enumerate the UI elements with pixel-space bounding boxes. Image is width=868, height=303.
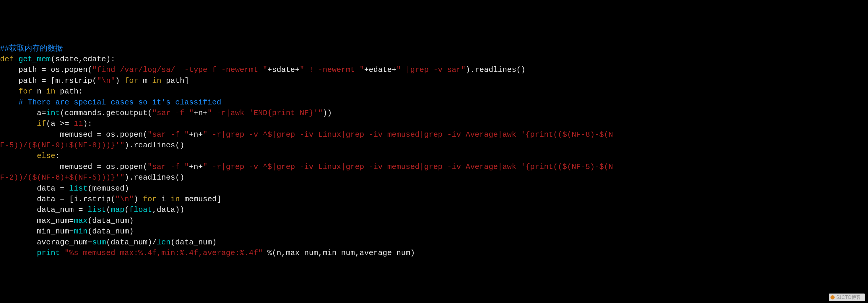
code-editor[interactable]: ##获取内存的数据 def get_mem(sdate,edate): path… bbox=[0, 43, 868, 258]
comment: # There are special cases so it's classi… bbox=[18, 98, 221, 107]
keyword-if: if bbox=[37, 119, 46, 128]
builtin-float: float bbox=[129, 205, 152, 214]
string-literal: " ! -newermt " bbox=[300, 65, 364, 74]
keyword-in: in bbox=[170, 195, 180, 203]
builtin-list: list bbox=[69, 184, 88, 193]
string-literal: " -r|grep -v ^$|grep -iv Linux|grep -iv … bbox=[203, 130, 613, 139]
code-line: path = os.popen("find /var/log/sa/ -type… bbox=[0, 65, 526, 74]
builtin-list: list bbox=[88, 205, 106, 214]
builtin-map: map bbox=[111, 205, 125, 214]
code-line: for n in path: bbox=[0, 87, 83, 96]
string-literal: "sar -f " bbox=[152, 109, 193, 117]
keyword-for: for bbox=[18, 87, 32, 96]
comment: ##获取内存的数据 bbox=[0, 44, 63, 53]
code-line: memused = os.popen("sar -f "+n+" -r|grep… bbox=[0, 130, 613, 139]
function-name: get_mem bbox=[18, 55, 51, 64]
code-line: path = [m.rstrip("\n") for m in path] bbox=[0, 76, 189, 85]
keyword-in: in bbox=[46, 87, 55, 96]
code-line: def get_mem(sdate,edate): bbox=[0, 55, 115, 64]
string-literal: "\n" bbox=[115, 195, 133, 203]
code-line: F-2))/($(NF-6)+$(NF-5)))}'").readlines() bbox=[0, 173, 184, 182]
code-line: data = [i.rstrip("\n") for i in memused] bbox=[0, 195, 221, 203]
keyword-in: in bbox=[152, 76, 161, 85]
code-line: if(a >= 11): bbox=[0, 119, 92, 128]
code-line: ##获取内存的数据 bbox=[0, 44, 63, 53]
code-line: data_num = list(map(float,data)) bbox=[0, 205, 184, 214]
builtin-max: max bbox=[74, 216, 88, 225]
identifier: path = os.popen( bbox=[18, 65, 92, 74]
string-literal: " -r|grep -v ^$|grep -iv Linux|grep -iv … bbox=[203, 162, 613, 171]
builtin-sum: sum bbox=[92, 238, 106, 247]
builtin-len: len bbox=[157, 238, 171, 247]
string-literal: "sar -f " bbox=[148, 162, 189, 171]
watermark-badge: 51CTO博客 bbox=[829, 294, 865, 301]
keyword-def: def bbox=[0, 55, 14, 64]
keyword-for: for bbox=[124, 76, 138, 85]
code-line: min_num=min(data_num) bbox=[0, 227, 134, 236]
string-literal: "%s memused max:%.4f,min:%.4f,average:%.… bbox=[64, 249, 262, 257]
code-line: memused = os.popen("sar -f "+n+" -r|grep… bbox=[0, 162, 613, 171]
args: (sdate,edate): bbox=[51, 55, 115, 64]
builtin-min: min bbox=[74, 227, 88, 236]
string-literal: "sar -f " bbox=[148, 130, 189, 139]
code-line: else: bbox=[0, 152, 60, 160]
code-line: # There are special cases so it's classi… bbox=[0, 98, 221, 107]
code-line: max_num=max(data_num) bbox=[0, 216, 134, 225]
code-line: a=int(commands.getoutput("sar -f "+n+" -… bbox=[0, 109, 332, 117]
builtin-int: int bbox=[46, 109, 60, 117]
code-line: average_num=sum(data_num)/len(data_num) bbox=[0, 238, 217, 247]
string-literal: "find /var/log/sa/ -type f -newermt " bbox=[92, 65, 267, 74]
keyword-else: else bbox=[37, 152, 55, 160]
code-line: F-5))/($(NF-9)+$(NF-8)))}'").readlines() bbox=[0, 141, 184, 150]
string-literal: "\n" bbox=[97, 76, 115, 85]
string-literal: " -r|awk 'END{print NF}'" bbox=[208, 109, 322, 117]
keyword-print: print bbox=[37, 249, 60, 257]
string-literal: " |grep -v sar" bbox=[397, 65, 466, 74]
string-literal: F-2))/($(NF-6)+$(NF-5)))}'" bbox=[0, 173, 124, 182]
keyword-for: for bbox=[143, 195, 157, 203]
code-line: data = list(memused) bbox=[0, 184, 129, 193]
code-line: print "%s memused max:%.4f,min:%.4f,aver… bbox=[0, 249, 415, 257]
number-literal: 11 bbox=[74, 119, 83, 128]
string-literal: F-5))/($(NF-9)+$(NF-8)))}'" bbox=[0, 141, 124, 150]
